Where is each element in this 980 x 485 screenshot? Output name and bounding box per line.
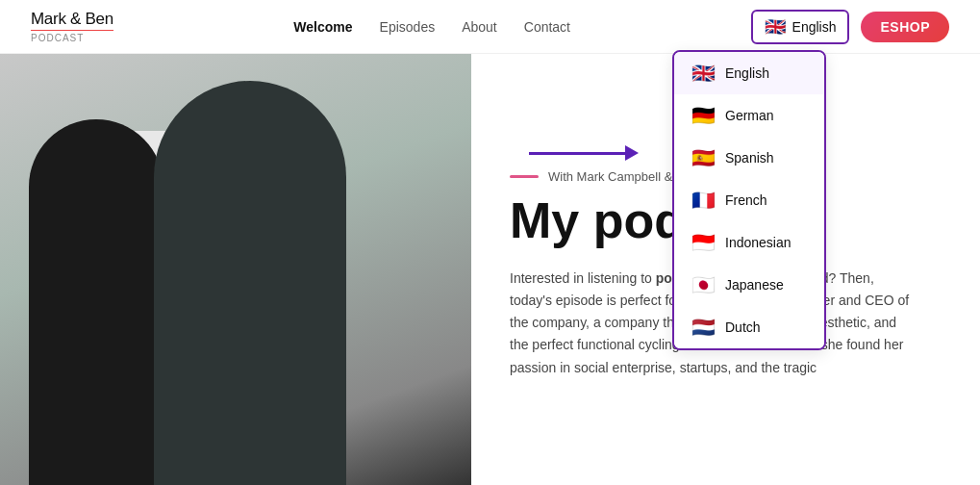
arrow-head [625, 145, 639, 161]
lang-label: English [792, 19, 837, 35]
logo-subtitle: Podcast [31, 30, 113, 43]
language-dropdown: 🇬🇧 English 🇩🇪 German 🇪🇸 Spanish 🇫🇷 Frenc… [672, 50, 826, 350]
arrow-line [529, 152, 625, 155]
header: Mark & Ben Podcast Welcome Episodes Abou… [0, 0, 980, 54]
nav-about[interactable]: About [462, 19, 497, 35]
arrow-indicator [529, 145, 639, 161]
lang-name-id: Indonesian [725, 235, 792, 250]
lang-flag: 🇬🇧 [765, 16, 786, 38]
main-nav: Welcome Episodes About Contact [293, 19, 570, 35]
lang-name-es: Spanish [725, 150, 774, 166]
lang-option-id[interactable]: 🇮🇩 Indonesian [674, 221, 824, 264]
lang-name-en: English [725, 65, 769, 81]
desc-prefix: Interested in listening to [510, 270, 656, 286]
nav-welcome[interactable]: Welcome [293, 19, 352, 35]
flag-nl: 🇳🇱 [691, 316, 716, 339]
logo-title: Mark & Ben [31, 10, 113, 29]
flag-ja: 🇯🇵 [691, 273, 716, 296]
subtitle-dash [510, 175, 539, 178]
lang-name-nl: Dutch [725, 319, 761, 335]
main-content: With Mark Campbell & Ben Joh... My podca… [0, 54, 980, 485]
logo: Mark & Ben Podcast [31, 10, 113, 43]
nav-contact[interactable]: Contact [524, 19, 570, 35]
flag-id: 🇮🇩 [691, 231, 716, 254]
person-right [154, 81, 346, 485]
flag-es: 🇪🇸 [691, 146, 716, 169]
lang-name-de: German [725, 108, 774, 123]
lang-name-fr: French [725, 192, 767, 208]
shop-button[interactable]: ESHOP [861, 12, 949, 42]
nav-right: 🇬🇧 English ESHOP [751, 10, 949, 44]
lang-option-fr[interactable]: 🇫🇷 French [674, 179, 824, 221]
lang-option-de[interactable]: 🇩🇪 German [674, 94, 824, 137]
hero-image [0, 54, 471, 485]
flag-fr: 🇫🇷 [691, 189, 716, 212]
flag-de: 🇩🇪 [691, 104, 716, 127]
lang-option-nl[interactable]: 🇳🇱 Dutch [674, 306, 824, 348]
flag-en: 🇬🇧 [691, 62, 716, 85]
lang-option-es[interactable]: 🇪🇸 Spanish [674, 137, 824, 179]
language-button[interactable]: 🇬🇧 English [751, 10, 850, 44]
person-left [29, 119, 163, 485]
lang-name-ja: Japanese [725, 277, 784, 293]
nav-episodes[interactable]: Episodes [380, 19, 436, 35]
lang-option-en[interactable]: 🇬🇧 English [674, 52, 824, 94]
lang-option-ja[interactable]: 🇯🇵 Japanese [674, 264, 824, 306]
image-bg [0, 54, 471, 485]
